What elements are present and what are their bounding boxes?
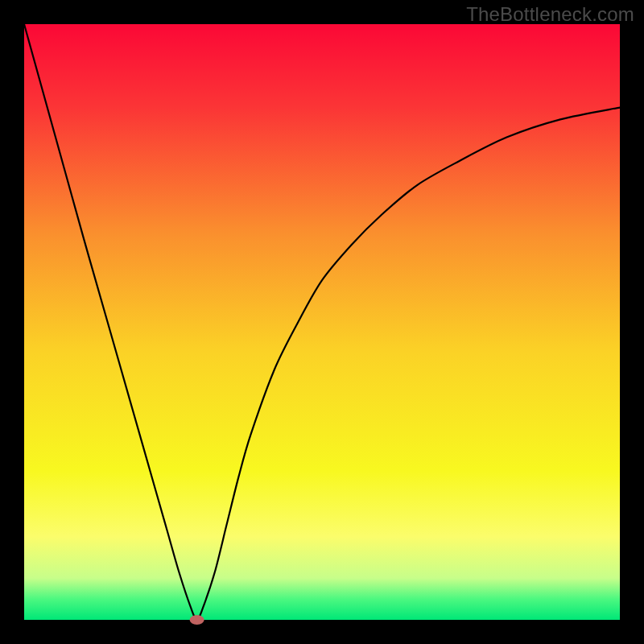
bottleneck-chart	[0, 0, 644, 644]
bottleneck-point-marker	[190, 615, 204, 625]
chart-stage: TheBottleneck.com	[0, 0, 644, 644]
watermark-text: TheBottleneck.com	[466, 3, 634, 26]
chart-plot-area	[24, 24, 620, 620]
